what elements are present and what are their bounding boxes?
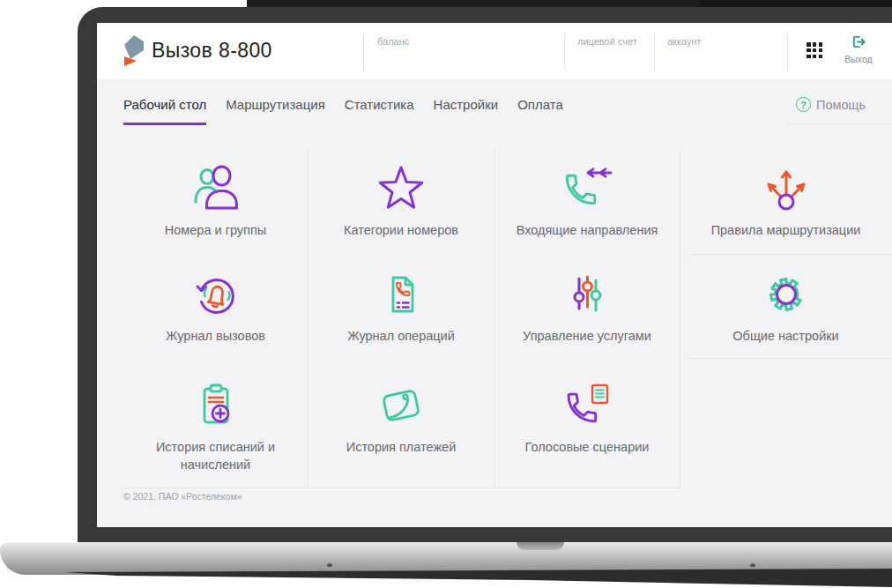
- tile-label: Журнал операций: [347, 328, 455, 346]
- tab-statistics[interactable]: Статистика: [345, 97, 414, 125]
- charges-history-icon: [190, 379, 242, 432]
- divider: [363, 32, 364, 71]
- tile-label: История списаний и начислений: [141, 439, 291, 473]
- tile-label: Категории номеров: [344, 222, 458, 240]
- divider: [690, 358, 892, 359]
- divider: [654, 32, 655, 71]
- tab-routing[interactable]: Маршрутизация: [226, 97, 325, 125]
- tile-charges-history[interactable]: История списаний и начислений: [123, 358, 308, 488]
- gear-icon: [760, 268, 813, 321]
- tile-services-management[interactable]: Управление услугами: [494, 254, 680, 358]
- tile-label: Общие настройки: [732, 328, 838, 346]
- tile-label: Номера и группы: [165, 222, 266, 240]
- logout-label: Выход: [836, 54, 881, 64]
- account-number-field-label: лицевой счет: [577, 36, 637, 47]
- tile-incoming-directions[interactable]: Входящие направления: [494, 148, 680, 254]
- tab-payment[interactable]: Оплата: [517, 97, 563, 125]
- sliders-icon: [561, 268, 613, 321]
- tile-operations-log[interactable]: Журнал операций: [308, 254, 494, 358]
- tile-voice-scripts[interactable]: Голосовые сценарии: [494, 358, 680, 488]
- help-link[interactable]: ? Помощь: [796, 97, 866, 112]
- exit-icon: [851, 34, 866, 49]
- laptop-base-edge: [0, 564, 892, 588]
- voice-script-icon: [561, 379, 613, 432]
- tile-call-log[interactable]: Журнал вызовов: [123, 254, 308, 358]
- divider: [787, 32, 788, 71]
- tile-label: Управление услугами: [523, 328, 651, 346]
- main-nav: Рабочий стол Маршрутизация Статистика На…: [123, 97, 563, 125]
- app-header: Вызов 8-800 баланс лицевой счет аккаунт …: [97, 23, 892, 79]
- apps-grid-icon[interactable]: [807, 42, 823, 59]
- app-title: Вызов 8-800: [152, 39, 272, 63]
- call-log-icon: [190, 268, 242, 321]
- tile-payments-history[interactable]: История платежей: [308, 358, 494, 488]
- tab-settings[interactable]: Настройки: [434, 97, 499, 125]
- logout-button[interactable]: Выход: [836, 34, 881, 64]
- tile-numbers-and-groups[interactable]: Номера и группы: [123, 148, 308, 254]
- tile-label: Голосовые сценарии: [525, 439, 650, 457]
- incoming-call-icon: [561, 162, 613, 215]
- tile-label: История платежей: [346, 439, 457, 457]
- tile-number-categories[interactable]: Категории номеров: [308, 148, 494, 254]
- divider: [787, 123, 892, 124]
- tile-label: Правила маршрутизации: [711, 222, 861, 240]
- tile-label: Журнал вызовов: [166, 328, 265, 346]
- star-icon: [375, 162, 427, 215]
- tab-dashboard[interactable]: Рабочий стол: [123, 97, 206, 125]
- question-circle-icon: ?: [796, 97, 811, 112]
- routing-arrows-icon: [760, 162, 813, 215]
- tile-general-settings[interactable]: Общие настройки: [680, 254, 892, 358]
- operations-log-icon: [375, 268, 427, 321]
- copyright-text: © 2021, ПАО «Ростелеком»: [123, 491, 242, 502]
- tile-routing-rules[interactable]: Правила маршрутизации: [680, 148, 892, 254]
- laptop-latch-notch: [517, 542, 564, 550]
- divider: [123, 488, 680, 488]
- divider: [564, 32, 565, 71]
- user-account-field-label: аккаунт: [667, 36, 702, 47]
- users-icon: [190, 162, 242, 215]
- rostelecom-logo-icon: [120, 33, 145, 69]
- balance-field-label: баланс: [377, 36, 409, 47]
- wallet-icon: [375, 379, 427, 432]
- screen: Вызов 8-800 баланс лицевой счет аккаунт …: [97, 23, 892, 527]
- laptop-mockup: Вызов 8-800 баланс лицевой счет аккаунт …: [0, 0, 892, 588]
- help-label: Помощь: [816, 98, 866, 112]
- tile-label: Входящие направления: [517, 222, 658, 240]
